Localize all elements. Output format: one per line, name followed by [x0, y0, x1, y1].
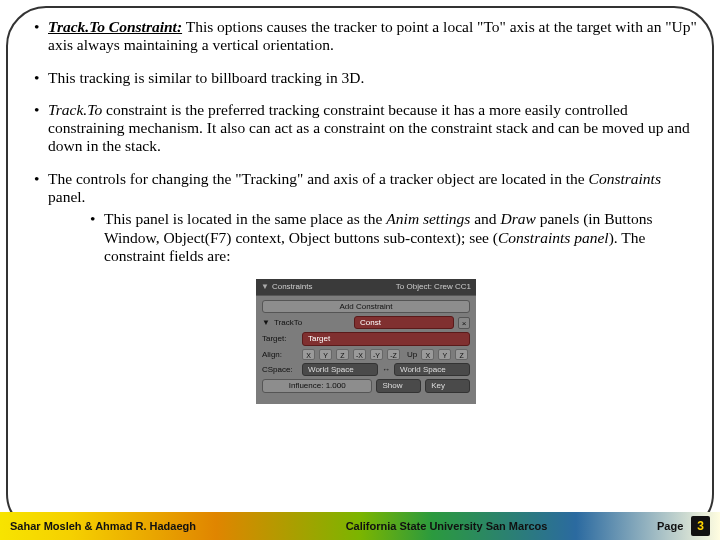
sub-bullet-1: This panel is located in the same place … [90, 210, 698, 265]
bullet-4-post: panel. [48, 188, 85, 205]
influence-field: Influence: 1.000 [262, 379, 372, 392]
constraints-panel-screenshot: ▼Constraints To Object: Crew CC1 Add Con… [256, 279, 476, 404]
sub-em1: Anim settings [386, 210, 470, 227]
space2-field: World Space [394, 363, 470, 376]
up-z: Z [455, 349, 468, 360]
align-nz: -Z [387, 349, 400, 360]
panel-header-right: To Object: Crew CC1 [396, 282, 471, 291]
panel-title: ▼Constraints [261, 282, 312, 291]
bullet-3: Track.To constraint is the preferred tra… [34, 101, 698, 156]
space1-field: World Space [302, 363, 378, 376]
page-label: Page [657, 520, 683, 532]
bullet-3-em: Track.To [48, 101, 102, 118]
up-y: Y [438, 349, 451, 360]
triangle-down-icon: ▼ [261, 282, 269, 291]
target-field: Target [302, 332, 470, 345]
align-x: X [302, 349, 315, 360]
footer-university: California State University San Marcos [196, 520, 657, 532]
bullet-2: This tracking is similar to billboard tr… [34, 69, 698, 87]
bullet-3-text: constraint is the preferred tracking con… [48, 101, 690, 155]
bullet-4: The controls for changing the "Tracking"… [34, 170, 698, 265]
close-icon: × [458, 317, 470, 329]
slide-footer: Sahar Mosleh & Ahmad R. Hadaegh Californ… [0, 512, 720, 540]
bullet-4-em: Constraints [589, 170, 661, 187]
page-number: 3 [691, 516, 710, 536]
bullet-2-text: This tracking is similar to billboard tr… [48, 69, 364, 86]
bullet-1: Track.To Constraint: This options causes… [34, 18, 698, 55]
panel-header: ▼Constraints To Object: Crew CC1 [256, 279, 476, 295]
add-constraint-button: Add Constraint [262, 300, 470, 313]
slide-content: Track.To Constraint: This options causes… [34, 18, 698, 500]
align-nx: -X [353, 349, 366, 360]
sub-em3: Constraints panel [498, 229, 609, 246]
footer-authors: Sahar Mosleh & Ahmad R. Hadaegh [0, 520, 196, 532]
align-label: Align: [262, 350, 298, 359]
trackto-label: TrackTo [274, 318, 302, 327]
key-button: Key [425, 379, 470, 392]
sub-pre: This panel is located in the same place … [104, 210, 386, 227]
sub-bullet-list: This panel is located in the same place … [48, 210, 698, 265]
up-x: X [421, 349, 434, 360]
sub-mid: and [470, 210, 500, 227]
expand-icon: ▼ [262, 318, 270, 327]
align-z: Z [336, 349, 349, 360]
align-y: Y [319, 349, 332, 360]
bullet-1-label: Track.To Constraint: [48, 18, 182, 35]
bullet-4-pre: The controls for changing the "Tracking"… [48, 170, 589, 187]
bullet-list: Track.To Constraint: This options causes… [34, 18, 698, 265]
cspace-label: CSpace: [262, 365, 298, 374]
show-button: Show [376, 379, 421, 392]
align-ny: -Y [370, 349, 383, 360]
const-field: Const [354, 316, 454, 329]
up-label: Up [407, 350, 417, 359]
panel-body: Add Constraint ▼ TrackTo Const × Target:… [256, 296, 476, 404]
target-label: Target: [262, 334, 298, 343]
sub-em2: Draw [500, 210, 535, 227]
